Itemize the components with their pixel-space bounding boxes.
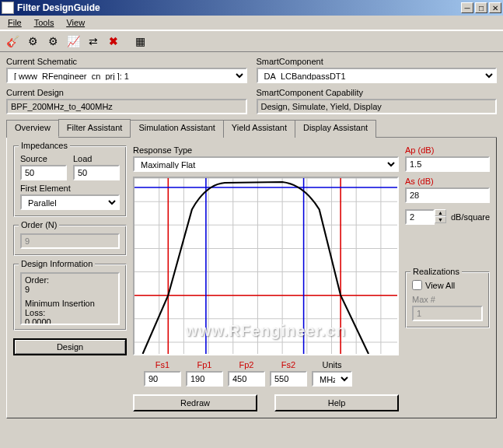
current-design-field [6, 99, 247, 114]
design-info-list[interactable]: Order: 9 Minimum Insertion Loss: 0.0000 [20, 272, 120, 325]
first-element-select[interactable]: Parallel [20, 194, 120, 210]
tab-overview[interactable]: Overview [6, 120, 59, 138]
ap-label: Ap (dB) [405, 145, 490, 155]
sc-capability-field [257, 99, 498, 114]
tab-yield-assistant[interactable]: Yield Assistant [223, 120, 295, 138]
db-square-label: dB/square [451, 212, 490, 222]
db-square-spinner[interactable]: ▲ ▼ [405, 209, 446, 225]
source-input[interactable] [20, 165, 67, 180]
menu-tools[interactable]: Tools [30, 17, 59, 28]
units-label: Units [312, 360, 352, 369]
tool-gear1-icon[interactable]: ⚙ [23, 33, 42, 50]
response-plot: www.RFengineer.cn [133, 177, 399, 355]
design-info-mil-value: 0.0000 [25, 317, 115, 325]
fp2-input[interactable] [228, 371, 265, 387]
order-field [20, 233, 120, 249]
order-group: Order (N) [13, 225, 127, 256]
minimize-button[interactable]: ─ [461, 2, 473, 13]
fs1-input[interactable] [144, 371, 181, 387]
titlebar: Filter DesignGuide ─ □ ✕ [0, 0, 503, 16]
menu-file[interactable]: File [3, 17, 26, 28]
fp1-input[interactable] [186, 371, 223, 387]
current-design-label: Current Design [6, 88, 247, 97]
menubar: File Tools View [0, 16, 503, 30]
response-type-select[interactable]: Maximally Flat [133, 156, 399, 172]
view-all-checkbox-row[interactable]: View All [412, 280, 483, 290]
design-info-mil-label: Minimum Insertion Loss: [25, 299, 115, 317]
source-label: Source [20, 154, 67, 163]
tab-display-assistant[interactable]: Display Assistant [295, 120, 376, 138]
close-button[interactable]: ✕ [489, 2, 501, 13]
menu-view[interactable]: View [61, 17, 89, 28]
smartcomponent-select[interactable]: DA_LCBandpassDT1 [257, 68, 498, 83]
spin-up-icon[interactable]: ▲ [435, 209, 446, 216]
ap-input[interactable] [405, 156, 490, 172]
tool-gear2-icon[interactable]: ⚙ [44, 33, 62, 50]
fs1-label: Fs1 [144, 360, 181, 369]
current-schematic-select[interactable]: [ www_RFengineer_cn_prj ]: 1 [6, 68, 247, 83]
tool-plot-icon[interactable]: 📈 [64, 33, 82, 50]
order-group-label: Order (N) [19, 220, 59, 229]
max-label: Max # [412, 295, 483, 304]
sc-capability-label: SmartComponent Capability [257, 88, 498, 97]
fp1-label: Fp1 [186, 360, 223, 369]
current-schematic-label: Current Schematic [6, 57, 247, 66]
db-square-input[interactable] [405, 209, 435, 225]
as-input[interactable] [405, 187, 490, 203]
units-select[interactable]: MHz [312, 371, 352, 387]
load-label: Load [73, 154, 120, 163]
tool-delete-icon[interactable]: ✖ [104, 33, 123, 50]
tab-filter-assistant[interactable]: Filter Assistant [58, 119, 131, 137]
tool-grid-icon[interactable]: ▦ [131, 33, 149, 50]
toolbar: 🎸 ⚙ ⚙ 📈 ⇄ ✖ ▦ [0, 30, 503, 52]
response-type-label: Response Type [133, 145, 399, 155]
load-input[interactable] [73, 165, 120, 180]
maximize-button[interactable]: □ [475, 2, 487, 13]
view-all-label: View All [425, 281, 455, 290]
redraw-button[interactable]: Redraw [133, 394, 257, 411]
smartcomponent-label: SmartComponent [257, 57, 498, 66]
design-info-group: Design Information Order: 9 Minimum Inse… [13, 264, 127, 331]
design-info-order-label: Order: [25, 275, 115, 285]
realizations-group-label: Realizations [410, 267, 462, 276]
fs2-label: Fs2 [270, 360, 307, 369]
first-element-label: First Element [20, 184, 120, 193]
fp2-label: Fp2 [228, 360, 265, 369]
realizations-group: Realizations View All Max # [405, 271, 490, 328]
max-input [412, 306, 483, 321]
tool-sync-icon[interactable]: ⇄ [84, 33, 103, 50]
tab-simulation-assistant[interactable]: Simulation Assistant [130, 120, 223, 138]
spin-down-icon[interactable]: ▼ [435, 216, 446, 223]
view-all-checkbox[interactable] [412, 280, 422, 290]
app-icon [2, 2, 14, 14]
design-info-order-value: 9 [25, 285, 115, 294]
impedances-group-label: Impedances [19, 141, 70, 150]
tool-tuning-icon[interactable]: 🎸 [3, 33, 22, 50]
design-button[interactable]: Design [13, 338, 127, 355]
window-title: Filter DesignGuide [17, 2, 459, 13]
fs2-input[interactable] [270, 371, 307, 387]
help-button[interactable]: Help [274, 394, 399, 411]
tab-row: Overview Filter Assistant Simulation Ass… [6, 119, 497, 138]
as-label: As (dB) [405, 177, 490, 186]
impedances-group: Impedances Source Load First Element [13, 145, 127, 217]
design-info-group-label: Design Information [19, 259, 95, 268]
